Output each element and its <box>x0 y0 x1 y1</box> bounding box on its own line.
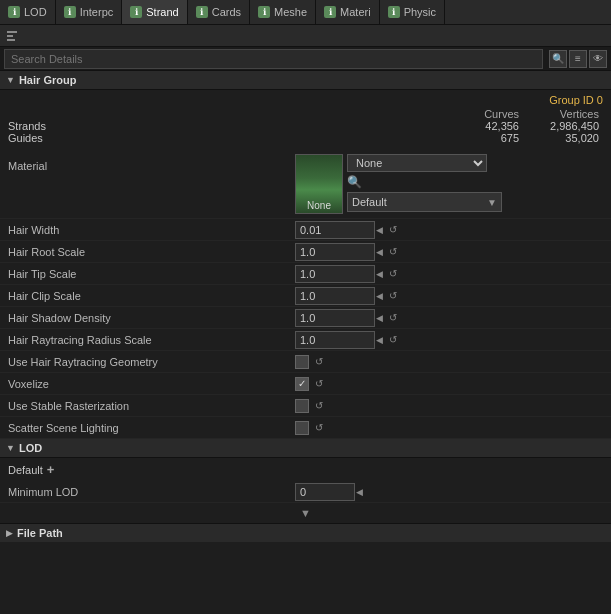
hair-shadow-density-reset[interactable]: ↺ <box>386 311 400 325</box>
tab-physics-label: Physic <box>404 6 436 18</box>
hair-root-scale-row: Hair Root Scale ◀ ↺ <box>0 241 611 263</box>
hair-clip-scale-arrow: ◀ <box>376 291 383 301</box>
hair-tip-scale-input[interactable] <box>295 265 375 283</box>
use-stable-rasterization-reset[interactable]: ↺ <box>312 399 326 413</box>
stats-guides-vertices: 35,020 <box>523 132 603 144</box>
tab-lod[interactable]: ℹ LOD <box>0 0 56 24</box>
tab-cards-icon: ℹ <box>196 6 208 18</box>
scatter-scene-lighting-controls: ↺ <box>295 421 611 435</box>
hair-raytracing-radius-input-wrap: ◀ <box>295 331 383 349</box>
toolbar <box>0 25 611 47</box>
tab-cards[interactable]: ℹ Cards <box>188 0 250 24</box>
use-hair-raytracing-checkbox[interactable] <box>295 355 309 369</box>
scatter-scene-lighting-label: Scatter Scene Lighting <box>0 422 295 434</box>
lod-title: LOD <box>19 442 42 454</box>
stats-strands-curves: 42,356 <box>443 120 523 132</box>
lod-add-button[interactable]: + <box>47 462 55 477</box>
hair-raytracing-radius-controls: ◀ ↺ <box>295 331 611 349</box>
scatter-scene-lighting-reset[interactable]: ↺ <box>312 421 326 435</box>
hair-shadow-density-label: Hair Shadow Density <box>0 312 295 324</box>
hair-shadow-density-arrow: ◀ <box>376 313 383 323</box>
min-lod-input-wrap: ◀ <box>295 483 363 501</box>
material-default-dropdown[interactable]: Default ▼ <box>347 192 502 212</box>
voxelize-reset[interactable]: ↺ <box>312 377 326 391</box>
hair-tip-scale-reset[interactable]: ↺ <box>386 267 400 281</box>
material-right: None 🔍 Default ▼ <box>347 154 611 212</box>
use-stable-rasterization-row: Use Stable Rasterization ↺ <box>0 395 611 417</box>
use-stable-rasterization-checkbox[interactable] <box>295 399 309 413</box>
search-bar: 🔍 ≡ 👁 <box>0 47 611 71</box>
material-label: Material <box>0 154 295 172</box>
scatter-scene-lighting-row: Scatter Scene Lighting ↺ <box>0 417 611 439</box>
lod-content: Default + Minimum LOD ◀ ▼ <box>0 458 611 523</box>
hair-shadow-density-row: Hair Shadow Density ◀ ↺ <box>0 307 611 329</box>
stats-vertices-header: Vertices <box>523 108 603 120</box>
tab-interpc[interactable]: ℹ Interpc <box>56 0 123 24</box>
search-input[interactable] <box>4 49 543 69</box>
use-hair-raytracing-reset[interactable]: ↺ <box>312 355 326 369</box>
hair-width-reset[interactable]: ↺ <box>386 223 400 237</box>
hair-root-scale-label: Hair Root Scale <box>0 246 295 258</box>
use-hair-raytracing-row: Use Hair Raytracing Geometry ↺ <box>0 351 611 373</box>
hair-root-scale-input[interactable] <box>295 243 375 261</box>
hair-clip-scale-reset[interactable]: ↺ <box>386 289 400 303</box>
hair-clip-scale-controls: ◀ ↺ <box>295 287 611 305</box>
list-view-button[interactable]: ≡ <box>569 50 587 68</box>
down-arrow-icon: ▼ <box>300 507 311 519</box>
hair-width-row: Hair Width ◀ ↺ <box>0 219 611 241</box>
tab-material[interactable]: ℹ Materi <box>316 0 380 24</box>
material-row: Material None None 🔍 Default <box>0 150 611 219</box>
voxelize-row: Voxelize ✓ ↺ <box>0 373 611 395</box>
search-button[interactable]: 🔍 <box>549 50 567 68</box>
material-name-row: None <box>347 154 611 172</box>
use-stable-rasterization-controls: ↺ <box>295 399 611 413</box>
hair-shadow-density-input[interactable] <box>295 309 375 327</box>
min-lod-arrow: ◀ <box>356 487 363 497</box>
material-dropdown-text: Default <box>352 196 387 208</box>
use-stable-rasterization-label: Use Stable Rasterization <box>0 400 295 412</box>
material-search-row: 🔍 <box>347 175 611 189</box>
hair-root-scale-reset[interactable]: ↺ <box>386 245 400 259</box>
hair-clip-scale-row: Hair Clip Scale ◀ ↺ <box>0 285 611 307</box>
min-lod-input[interactable] <box>295 483 355 501</box>
hair-raytracing-radius-reset[interactable]: ↺ <box>386 333 400 347</box>
hair-raytracing-radius-row: Hair Raytracing Radius Scale ◀ ↺ <box>0 329 611 351</box>
hair-width-input[interactable] <box>295 221 375 239</box>
hair-shadow-density-input-wrap: ◀ <box>295 309 383 327</box>
file-path-section-header[interactable]: ▶ File Path <box>0 523 611 542</box>
hair-width-arrow: ◀ <box>376 225 383 235</box>
tab-interpc-icon: ℹ <box>64 6 76 18</box>
tab-strand[interactable]: ℹ Strand <box>122 0 187 24</box>
use-hair-raytracing-label: Use Hair Raytracing Geometry <box>0 356 295 368</box>
tab-physics[interactable]: ℹ Physic <box>380 0 445 24</box>
hair-raytracing-radius-input[interactable] <box>295 331 375 349</box>
hair-group-title: Hair Group <box>19 74 76 86</box>
scatter-scene-lighting-checkbox[interactable] <box>295 421 309 435</box>
hair-tip-scale-arrow: ◀ <box>376 269 383 279</box>
hair-raytracing-radius-arrow: ◀ <box>376 335 383 345</box>
hair-root-scale-controls: ◀ ↺ <box>295 243 611 261</box>
tab-meshes[interactable]: ℹ Meshe <box>250 0 316 24</box>
stats-table: Curves Vertices Strands 42,356 2,986,450… <box>0 106 611 150</box>
hair-clip-scale-input-wrap: ◀ <box>295 287 383 305</box>
hair-group-section-header[interactable]: ▼ Hair Group <box>0 71 611 90</box>
lod-section-header[interactable]: ▼ LOD <box>0 439 611 458</box>
stats-guides-label: Guides <box>8 132 443 144</box>
voxelize-checkbox[interactable]: ✓ <box>295 377 309 391</box>
lod-default-label: Default <box>8 464 43 476</box>
material-thumb-text: None <box>307 200 331 211</box>
material-name-dropdown[interactable]: None <box>347 154 487 172</box>
hair-group-content: Group ID 0 Curves Vertices Strands 42,35… <box>0 90 611 439</box>
tab-lod-label: LOD <box>24 6 47 18</box>
material-thumbnail[interactable]: None <box>295 154 343 214</box>
min-lod-controls: ◀ <box>295 483 611 501</box>
hair-shadow-density-controls: ◀ ↺ <box>295 309 611 327</box>
eye-button[interactable]: 👁 <box>589 50 607 68</box>
hair-clip-scale-input[interactable] <box>295 287 375 305</box>
hair-width-input-wrap: ◀ <box>295 221 383 239</box>
hair-group-arrow: ▼ <box>6 75 15 85</box>
tab-physics-icon: ℹ <box>388 6 400 18</box>
tab-material-icon: ℹ <box>324 6 336 18</box>
search-buttons: 🔍 ≡ 👁 <box>545 50 611 68</box>
stats-strands-label: Strands <box>8 120 443 132</box>
